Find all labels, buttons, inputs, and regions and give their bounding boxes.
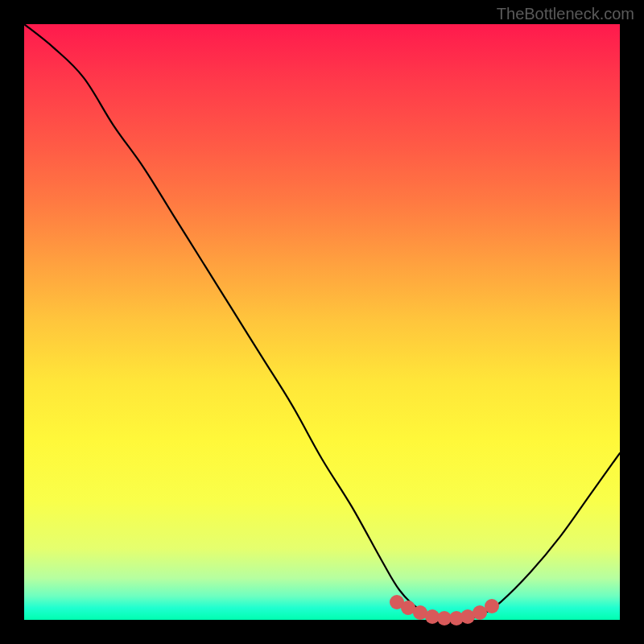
- watermark-text: TheBottleneck.com: [497, 5, 634, 23]
- highlight-marker: [485, 599, 499, 613]
- plot-area: [24, 24, 620, 620]
- marker-layer: [24, 24, 620, 620]
